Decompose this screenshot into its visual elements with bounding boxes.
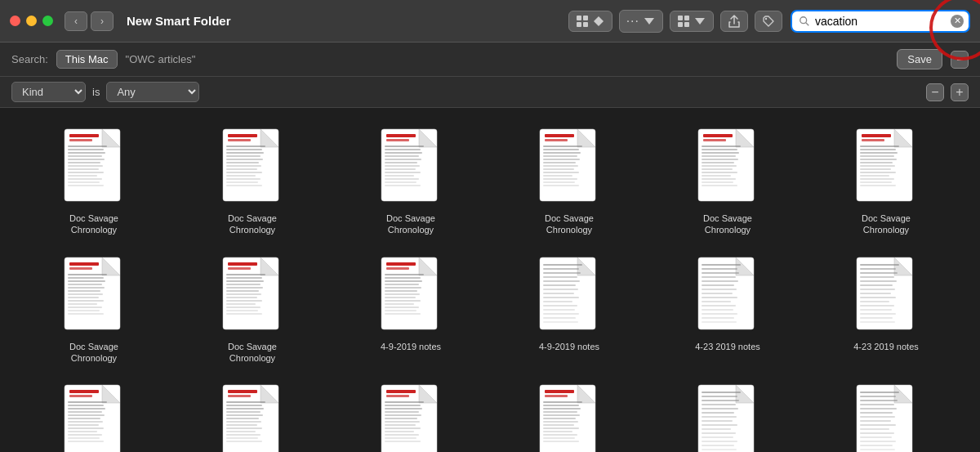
file-item[interactable]: 5-25-2021 notes: [16, 377, 172, 452]
view-toggle-button[interactable]: [568, 11, 612, 32]
svg-rect-254: [385, 405, 421, 406]
svg-rect-210: [860, 305, 894, 307]
svg-rect-244: [226, 427, 262, 429]
collapse-button[interactable]: −: [951, 51, 969, 69]
svg-rect-54: [385, 162, 417, 163]
file-name: 4-9-2019 notes: [381, 341, 441, 352]
svg-rect-102: [860, 152, 898, 154]
share-button[interactable]: [720, 11, 748, 32]
svg-rect-143: [226, 303, 256, 305]
svg-rect-191: [702, 297, 737, 298]
file-item[interactable]: 6-11-2019 notes: [492, 377, 647, 452]
chevron-up-down-icon: [592, 15, 605, 28]
svg-rect-84: [702, 149, 737, 150]
svg-rect-222: [68, 411, 102, 413]
svg-rect-117: [68, 274, 107, 275]
svg-rect-152: [385, 277, 421, 279]
svg-rect-153: [385, 280, 422, 282]
tag-button[interactable]: [755, 11, 782, 32]
svg-rect-230: [68, 437, 100, 439]
svg-rect-169: [543, 276, 577, 278]
svg-rect-173: [543, 293, 574, 294]
file-item[interactable]: 6-25-2019 notes: [650, 377, 805, 452]
svg-point-8: [765, 17, 767, 19]
svg-rect-306: [860, 408, 897, 409]
file-item[interactable]: Doc Savage Chronology: [808, 121, 964, 243]
svg-rect-289: [702, 408, 738, 409]
file-item[interactable]: Doc Savage Chronology: [16, 121, 172, 243]
file-item[interactable]: 6-25-2019 notes: [808, 377, 964, 452]
svg-rect-238: [226, 408, 264, 409]
maximize-button[interactable]: [42, 16, 53, 26]
search-label: Search:: [11, 53, 48, 65]
svg-rect-224: [68, 418, 100, 419]
svg-rect-41: [226, 175, 256, 177]
svg-rect-121: [68, 287, 105, 289]
svg-rect-74: [543, 172, 579, 173]
filter-row: Kind Image Movie PDF is Any PDF Folder D…: [0, 77, 980, 108]
file-icon: [695, 383, 760, 452]
back-button[interactable]: ‹: [65, 11, 87, 31]
svg-rect-200: [860, 264, 899, 266]
svg-rect-140: [226, 293, 261, 295]
forward-button[interactable]: ›: [91, 11, 114, 31]
filter-remove-button[interactable]: −: [926, 83, 944, 101]
file-item[interactable]: 4-9-2019 notes: [333, 249, 488, 371]
file-item[interactable]: 4-23 2019 notes: [650, 249, 805, 371]
svg-rect-205: [860, 284, 893, 286]
this-mac-button[interactable]: This Mac: [56, 50, 118, 69]
svg-point-9: [800, 16, 807, 23]
svg-rect-65: [545, 139, 568, 141]
svg-rect-197: [702, 321, 737, 323]
svg-rect-103: [860, 155, 894, 157]
arrange-button[interactable]: [670, 11, 714, 32]
svg-rect-175: [543, 301, 572, 302]
close-button[interactable]: [10, 16, 20, 26]
svg-rect-225: [68, 421, 103, 423]
svg-rect-30: [228, 134, 257, 137]
owc-articles-link[interactable]: "OWC articles": [126, 53, 196, 65]
svg-rect-115: [69, 262, 99, 266]
svg-rect-156: [385, 290, 417, 292]
file-item[interactable]: 5-25-2021 notes: [175, 377, 330, 452]
search-clear-button[interactable]: ✕: [951, 15, 964, 28]
svg-rect-20: [68, 162, 100, 163]
filter-add-button[interactable]: +: [951, 83, 969, 101]
search-input[interactable]: [815, 15, 946, 28]
file-item[interactable]: Doc Savage Chronology: [175, 249, 330, 371]
file-item[interactable]: Doc Savage Chronology: [650, 121, 805, 243]
svg-rect-204: [860, 280, 897, 282]
svg-rect-314: [860, 441, 896, 442]
any-select[interactable]: Any PDF Folder Document: [106, 82, 199, 102]
file-item[interactable]: 4-23 2019 notes: [808, 249, 964, 371]
file-item[interactable]: 4-9-2019 notes: [492, 249, 647, 371]
svg-rect-50: [385, 149, 421, 150]
file-icon: [853, 383, 919, 452]
minimize-button[interactable]: [26, 16, 37, 26]
more-options-button[interactable]: ···: [619, 10, 663, 33]
file-item[interactable]: Doc Savage Chronology: [492, 121, 647, 243]
kind-select[interactable]: Kind Image Movie PDF: [11, 82, 86, 102]
save-button[interactable]: Save: [897, 49, 942, 69]
svg-rect-202: [860, 272, 898, 274]
svg-rect-303: [860, 396, 896, 397]
svg-rect-86: [702, 155, 736, 157]
svg-rect-167: [543, 268, 579, 270]
svg-rect-264: [385, 437, 416, 439]
file-name: Doc Savage Chronology: [841, 213, 931, 236]
svg-rect-25: [68, 178, 102, 180]
svg-rect-176: [543, 305, 577, 307]
svg-rect-64: [545, 134, 574, 137]
file-icon: [537, 256, 602, 334]
svg-rect-263: [385, 434, 419, 436]
file-item[interactable]: 6-11-2019 notes: [333, 377, 488, 452]
svg-rect-48: [386, 139, 409, 141]
file-item[interactable]: Doc Savage Chronology: [333, 121, 488, 243]
svg-rect-302: [860, 392, 899, 393]
file-icon: [61, 256, 127, 334]
file-item[interactable]: Doc Savage Chronology: [16, 249, 172, 371]
svg-rect-17: [68, 152, 105, 154]
file-icon: [695, 256, 760, 334]
file-item[interactable]: Doc Savage Chronology: [175, 121, 330, 243]
file-icon: [61, 128, 127, 206]
